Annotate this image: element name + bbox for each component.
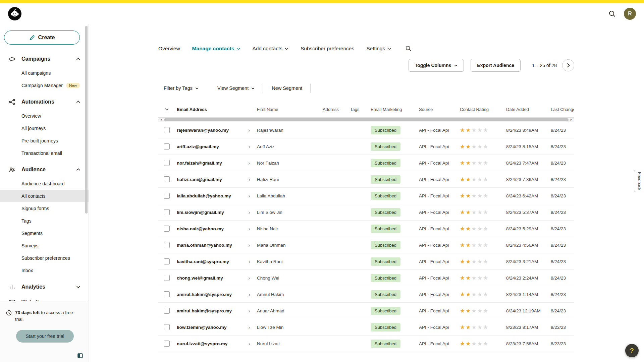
global-search-button[interactable] — [608, 10, 616, 17]
scrollbar-thumb[interactable] — [164, 118, 569, 121]
column-header-email-marketing[interactable]: Email Marketing — [371, 107, 419, 112]
contact-email[interactable]: nurul.izzati@syspro.my — [177, 341, 227, 346]
contact-source: API - Focal Api — [419, 259, 460, 264]
sidebar-section-automations[interactable]: Automations — [0, 94, 89, 110]
open-contact-chevron[interactable]: › — [248, 177, 255, 182]
row-checkbox[interactable] — [164, 160, 170, 166]
next-page-button[interactable] — [562, 59, 574, 71]
row-checkbox[interactable] — [164, 127, 170, 133]
row-checkbox[interactable] — [164, 291, 170, 297]
contact-email[interactable]: liow.tzemin@yahoo.my — [177, 325, 226, 330]
new-segment-button[interactable]: New Segment — [266, 85, 307, 91]
contact-last-changed: 8/24/23 — [551, 243, 574, 248]
row-checkbox[interactable] — [164, 324, 170, 330]
open-contact-chevron[interactable]: › — [248, 193, 255, 199]
open-contact-chevron[interactable]: › — [248, 127, 255, 133]
row-checkbox[interactable] — [164, 341, 170, 347]
scroll-right-arrow[interactable]: ► — [569, 118, 574, 121]
open-contact-chevron[interactable]: › — [248, 209, 255, 215]
scroll-left-arrow[interactable]: ◄ — [159, 118, 163, 121]
view-segment-dropdown[interactable]: View Segment — [212, 85, 259, 91]
help-button[interactable]: ? — [625, 344, 639, 357]
sidebar-item[interactable]: Pre-built journeys — [0, 134, 89, 147]
create-button[interactable]: Create — [4, 31, 80, 45]
account-avatar[interactable]: R — [624, 8, 636, 20]
row-checkbox[interactable] — [164, 226, 170, 232]
mailchimp-logo[interactable] — [8, 7, 21, 20]
open-contact-chevron[interactable]: › — [248, 275, 255, 281]
contact-email[interactable]: amirul.hakim@syspro.my — [177, 308, 232, 313]
sidebar-item[interactable]: Audience dashboard — [0, 177, 89, 190]
contact-email[interactable]: rajeshwaran@yahoo.my — [177, 128, 229, 133]
sidebar-item[interactable]: Surveys — [0, 239, 89, 252]
sidebar-item[interactable]: Transactional email — [0, 147, 89, 159]
horizontal-scrollbar[interactable]: ◄ ► — [158, 117, 574, 122]
row-checkbox[interactable] — [164, 275, 170, 281]
toggle-columns-button[interactable]: Toggle Columns — [409, 59, 464, 72]
sidebar-section-analytics[interactable]: Analytics — [0, 279, 89, 295]
sidebar-item-label: All contacts — [21, 193, 46, 199]
row-checkbox[interactable] — [164, 258, 170, 264]
contact-email[interactable]: amirul.hakim@syspro.my — [177, 292, 232, 297]
tab-settings[interactable]: Settings — [366, 46, 391, 52]
contact-email[interactable]: kavitha.rani@syspro.my — [177, 259, 229, 264]
feedback-tab[interactable]: Feedback — [634, 170, 644, 192]
row-checkbox[interactable] — [164, 176, 170, 182]
open-contact-chevron[interactable]: › — [248, 160, 255, 166]
export-audience-button[interactable]: Export Audience — [471, 59, 521, 72]
sidebar-item[interactable]: All campaigns — [0, 67, 89, 79]
open-contact-chevron[interactable]: › — [248, 242, 255, 248]
contact-email[interactable]: maria.othman@yahoo.my — [177, 243, 232, 248]
sidebar-section-audience[interactable]: Audience — [0, 162, 89, 177]
bulk-select-dropdown[interactable] — [158, 108, 177, 111]
open-contact-chevron[interactable]: › — [248, 226, 255, 232]
column-header-first-name[interactable]: First Name — [257, 107, 323, 112]
tab-manage-contacts[interactable]: Manage contacts — [192, 46, 240, 52]
sidebar-item[interactable]: Segments — [0, 227, 89, 239]
sidebar-section-campaigns[interactable]: Campaigns — [0, 51, 89, 67]
sidebar-item[interactable]: Campaign Manager New — [0, 79, 89, 92]
column-header-email[interactable]: Email Address — [177, 107, 257, 112]
row-checkbox[interactable] — [164, 242, 170, 248]
column-header-last-changed[interactable]: Last Changed — [551, 107, 574, 112]
column-header-date-added[interactable]: Date Added — [506, 107, 551, 112]
contact-email[interactable]: ariff.aziz@gmail.my — [177, 144, 219, 149]
contact-rating-stars: ★★★★★ — [460, 160, 489, 166]
tab-overview[interactable]: Overview — [158, 46, 180, 52]
open-contact-chevron[interactable]: › — [248, 292, 255, 297]
contact-email[interactable]: nisha.nair@yahoo.my — [177, 226, 224, 231]
sidebar-item[interactable]: All contacts — [0, 190, 89, 202]
column-header-address[interactable]: Address — [323, 107, 350, 112]
open-contact-chevron[interactable]: › — [248, 259, 255, 264]
sidebar-item[interactable]: Overview — [0, 110, 89, 122]
column-header-source[interactable]: Source — [419, 107, 460, 112]
sidebar-scrollbar[interactable] — [85, 26, 88, 214]
collapse-sidebar-icon[interactable] — [77, 353, 83, 358]
contact-email[interactable]: laila.abdullah@yahoo.my — [177, 193, 231, 198]
contact-email[interactable]: nor.faizah@gmail.my — [177, 161, 222, 166]
filter-by-tags-dropdown[interactable]: Filter by Tags — [158, 85, 203, 91]
tab-subscriber-preferences[interactable]: Subscriber preferences — [301, 46, 354, 52]
view-segment-label: View Segment — [217, 85, 249, 91]
contact-email[interactable]: chong.wei@gmail.my — [177, 276, 223, 281]
open-contact-chevron[interactable]: › — [248, 341, 255, 347]
open-contact-chevron[interactable]: › — [248, 324, 255, 330]
open-contact-chevron[interactable]: › — [248, 308, 255, 314]
sidebar-item[interactable]: Subscriber preferences — [0, 252, 89, 264]
contact-email[interactable]: lim.siowjin@gmail.my — [177, 210, 224, 215]
sidebar-item[interactable]: Tags — [0, 215, 89, 227]
column-header-contact-rating[interactable]: Contact Rating — [460, 107, 506, 112]
row-checkbox[interactable] — [164, 209, 170, 215]
row-checkbox[interactable] — [164, 143, 170, 149]
sidebar-item[interactable]: All journeys — [0, 122, 89, 134]
contact-email[interactable]: hafizi.rani@gmail.my — [177, 177, 222, 182]
start-free-trial-button[interactable]: Start your free trial — [16, 330, 74, 343]
column-header-tags[interactable]: Tags — [350, 107, 371, 112]
sidebar-item[interactable]: Inbox — [0, 264, 89, 277]
open-contact-chevron[interactable]: › — [248, 144, 255, 149]
contacts-search-button[interactable] — [405, 45, 412, 52]
row-checkbox[interactable] — [164, 308, 170, 314]
sidebar-item[interactable]: Signup forms — [0, 202, 89, 215]
tab-add-contacts[interactable]: Add contacts — [252, 46, 288, 52]
row-checkbox[interactable] — [164, 193, 170, 199]
